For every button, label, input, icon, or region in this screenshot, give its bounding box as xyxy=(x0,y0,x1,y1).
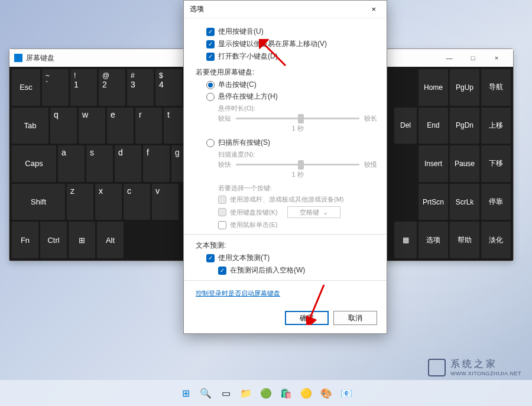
checkbox-icon: ✓ xyxy=(206,254,215,262)
cancel-button[interactable]: 取消 xyxy=(333,311,377,325)
key-v[interactable]: v xyxy=(152,184,179,220)
separator xyxy=(184,280,387,281)
separator xyxy=(184,234,387,235)
key-movedown[interactable]: 下移 xyxy=(481,145,511,182)
search-icon[interactable]: 🔍 xyxy=(197,385,214,401)
control-logon-link[interactable]: 控制登录时是否启动屏幕键盘 xyxy=(196,289,280,298)
key-pgdn[interactable]: PgDn xyxy=(450,108,479,144)
checkbox-icon xyxy=(218,221,226,229)
watermark-url: WWW.XITONGZHIJIA.NET xyxy=(450,371,521,376)
key-q[interactable]: q xyxy=(50,108,77,144)
key-z[interactable]: z xyxy=(67,184,93,220)
key-w[interactable]: w xyxy=(79,108,105,144)
key-ctxmenu[interactable]: ▦ xyxy=(394,222,417,258)
key-home[interactable]: Home xyxy=(419,69,448,106)
annotation-arrow-1 xyxy=(259,39,288,69)
key-win[interactable]: ⊞ xyxy=(69,222,95,258)
key-fade[interactable]: 淡化 xyxy=(481,222,511,258)
key-end[interactable]: End xyxy=(419,108,448,144)
key-pgup[interactable]: PgUp xyxy=(450,69,479,106)
osk-minimize-button[interactable]: — xyxy=(437,50,461,66)
key-esc[interactable]: Esc xyxy=(12,69,40,106)
checkbox-mouse-click: 使用鼠标单击(E) xyxy=(218,220,377,229)
checkbox-icon: ✓ xyxy=(206,28,215,36)
section-text-predict-label: 文本预测: xyxy=(196,241,377,251)
select-key-note: 若要选择一个按键: xyxy=(218,184,377,193)
edge-icon[interactable]: 🟢 xyxy=(258,385,274,401)
key-scrlk[interactable]: ScrLk xyxy=(450,184,479,220)
start-button[interactable]: ⊞ xyxy=(177,385,194,401)
osk-app-icon xyxy=(14,54,22,62)
checkbox-keyboard-key: 使用键盘按键(K) 空格键 ⌄ xyxy=(218,206,377,218)
key-options[interactable]: 选项 xyxy=(419,222,448,258)
checkbox-joystick: 使用游戏杆、游戏板或其他游戏设备(M) xyxy=(218,195,377,204)
key-fn[interactable]: Fn xyxy=(12,222,38,258)
key-nav[interactable]: 导航 xyxy=(481,69,511,106)
osk-maximize-button[interactable]: □ xyxy=(461,50,485,66)
checkbox-insert-space[interactable]: ✓ 在预测词后插入空格(W) xyxy=(218,265,377,275)
annotation-arrow-2 xyxy=(306,284,336,325)
key-2[interactable]: @2 xyxy=(99,69,125,106)
watermark: 系统之家 WWW.XITONGZHIJIA.NET xyxy=(428,358,521,376)
key-x[interactable]: x xyxy=(95,184,122,220)
chrome-icon[interactable]: 🟡 xyxy=(298,385,314,401)
paint-icon[interactable]: 🎨 xyxy=(318,385,335,401)
radio-click-keys[interactable]: 单击按键(C) xyxy=(206,80,377,90)
key-select-combo: 空格键 ⌄ xyxy=(287,206,340,218)
key-del[interactable]: Del xyxy=(394,108,417,144)
checkbox-show-keys[interactable]: ✓ 显示按键以便更易在屏幕上移动(V) xyxy=(206,39,377,49)
svg-line-0 xyxy=(262,42,286,66)
section-usage-label: 若要使用屏幕键盘: xyxy=(196,67,377,77)
osk-close-button[interactable]: × xyxy=(485,50,508,66)
key-help[interactable]: 帮助 xyxy=(450,222,479,258)
hover-duration-slider xyxy=(236,118,359,119)
checkbox-click-sound[interactable]: ✓ 使用按键音(U) xyxy=(206,27,377,37)
key-prtscn[interactable]: PrtScn xyxy=(419,184,448,220)
scan-slider-block: 扫描速度(N): 较快 较慢 1 秒 xyxy=(218,150,377,179)
key-insert[interactable]: Insert xyxy=(419,145,448,182)
radio-scan-keys[interactable]: 扫描所有按键(S) xyxy=(206,138,377,148)
key-r[interactable]: r xyxy=(135,108,162,144)
key-pause[interactable]: Pause xyxy=(450,145,479,182)
key-backtick[interactable]: ~` xyxy=(42,69,69,106)
radio-icon xyxy=(206,81,215,89)
checkbox-icon xyxy=(218,196,226,204)
key-alt[interactable]: Alt xyxy=(97,222,124,258)
key-ctrl[interactable]: Ctrl xyxy=(40,222,67,258)
radio-hover-keys[interactable]: 悬停在按键上方(H) xyxy=(206,92,377,102)
key-3[interactable]: #3 xyxy=(127,69,154,106)
key-e[interactable]: e xyxy=(107,108,134,144)
key-s[interactable]: s xyxy=(86,145,113,182)
dialog-title: 选项 xyxy=(190,4,366,14)
radio-icon xyxy=(206,93,215,101)
key-4[interactable]: $4 xyxy=(155,69,182,106)
svg-line-1 xyxy=(309,285,324,320)
checkbox-icon: ✓ xyxy=(218,267,226,275)
dialog-close-button[interactable]: × xyxy=(366,2,381,16)
key-a[interactable]: a xyxy=(58,145,85,182)
key-c[interactable]: c xyxy=(124,184,150,220)
hover-slider-block: 悬停时长(O): 较短 较长 1 秒 xyxy=(218,104,377,133)
explorer-icon[interactable]: 📁 xyxy=(238,385,254,401)
taskview-icon[interactable]: ▭ xyxy=(218,385,234,401)
dialog-titlebar[interactable]: 选项 × xyxy=(184,1,387,18)
key-f[interactable]: f xyxy=(143,145,170,182)
key-caps[interactable]: Caps xyxy=(12,145,56,182)
key-moveup[interactable]: 上移 xyxy=(481,108,511,144)
key-1[interactable]: !1 xyxy=(70,69,97,106)
dialog-button-row: 确定 取消 xyxy=(184,305,387,333)
radio-icon xyxy=(206,139,215,147)
store-icon[interactable]: 🛍️ xyxy=(278,385,294,401)
checkbox-icon: ✓ xyxy=(206,40,215,48)
watermark-logo xyxy=(428,359,446,376)
checkbox-icon xyxy=(218,208,226,216)
key-tab[interactable]: Tab xyxy=(12,108,48,144)
checkbox-text-predict[interactable]: ✓ 使用文本预测(T) xyxy=(206,253,377,263)
key-shift[interactable]: Shift xyxy=(12,184,65,220)
key-dock[interactable]: 停靠 xyxy=(481,184,511,220)
key-d[interactable]: d xyxy=(115,145,141,182)
scan-speed-slider xyxy=(236,164,359,165)
taskbar[interactable]: ⊞ 🔍 ▭ 📁 🟢 🛍️ 🟡 🎨 📧 xyxy=(0,380,532,406)
mail-icon[interactable]: 📧 xyxy=(338,385,355,401)
checkbox-numeric-keypad[interactable]: ✓ 打开数字小键盘(D) xyxy=(206,51,377,61)
